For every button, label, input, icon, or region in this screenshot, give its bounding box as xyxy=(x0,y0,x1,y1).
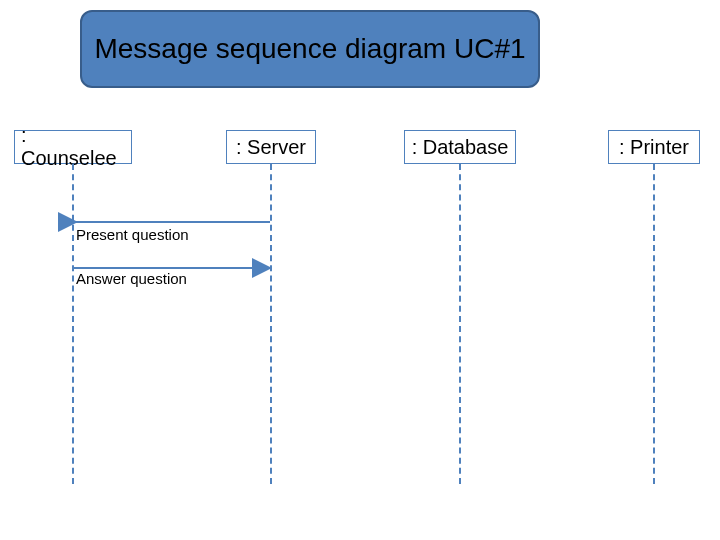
participant-database: : Database xyxy=(404,130,516,164)
lifeline-server xyxy=(270,164,272,484)
lifeline-database xyxy=(459,164,461,484)
participant-counselee: : Counselee xyxy=(14,130,132,164)
participant-database-label: : Database xyxy=(412,136,509,159)
participant-printer: : Printer xyxy=(608,130,700,164)
message-answer-question-text: Answer question xyxy=(76,270,187,287)
message-present-question: Present question xyxy=(76,226,189,243)
diagram-stage: Message sequence diagram UC#1 : Counsele… xyxy=(0,0,720,540)
participant-printer-label: : Printer xyxy=(619,136,689,159)
lifeline-printer xyxy=(653,164,655,484)
participant-server: : Server xyxy=(226,130,316,164)
lifeline-counselee xyxy=(72,164,74,484)
message-present-question-text: Present question xyxy=(76,226,189,243)
diagram-title: Message sequence diagram UC#1 xyxy=(80,10,540,88)
message-answer-question: Answer question xyxy=(76,270,187,287)
diagram-title-text: Message sequence diagram UC#1 xyxy=(94,33,525,65)
participant-server-label: : Server xyxy=(236,136,306,159)
